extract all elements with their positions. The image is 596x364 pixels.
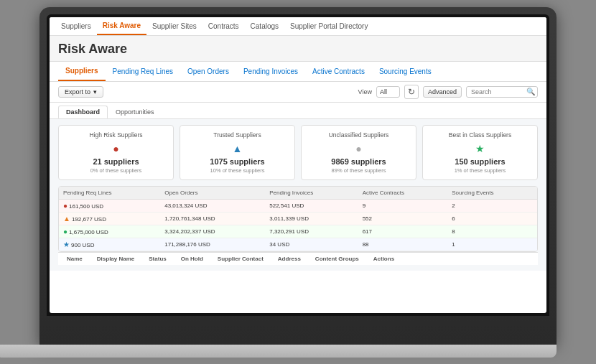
table-row: ★900 USD171,288,176 USD34 USD881 — [59, 238, 537, 251]
tab-pending-req[interactable]: Pending Req Lines — [106, 62, 181, 81]
card-title-high-risk: High Risk Suppliers — [65, 131, 167, 139]
laptop-base — [0, 345, 557, 358]
search-icon: 🔍 — [526, 88, 535, 95]
trusted-icon: ▲ — [186, 143, 289, 154]
sub-tab-opportunities[interactable]: Opportunities — [108, 106, 162, 118]
unclassified-icon: ● — [307, 143, 410, 154]
tab-open-orders[interactable]: Open Orders — [180, 62, 236, 81]
top-nav: Suppliers Risk Aware Supplier Sites Cont… — [50, 17, 546, 36]
search-wrapper: 🔍 — [466, 86, 538, 98]
bottom-header-item: Supplier Contact — [218, 256, 264, 262]
bottom-header-item: Status — [149, 256, 166, 262]
bottom-header-item: Address — [278, 256, 301, 262]
best-count: 150 suppliers — [429, 157, 531, 166]
row-icon: ● — [63, 202, 67, 210]
tab-pending-invoices[interactable]: Pending Invoices — [236, 62, 305, 81]
nav-supplier-sites[interactable]: Supplier Sites — [146, 17, 202, 35]
screen-bezel: Suppliers Risk Aware Supplier Sites Cont… — [47, 14, 549, 316]
view-select[interactable]: All — [376, 86, 400, 98]
bottom-header-item: Content Groups — [315, 256, 359, 262]
card-best-in-class: Best in Class Suppliers ★ 150 suppliers … — [422, 125, 538, 180]
refresh-button[interactable]: ↻ — [404, 85, 419, 99]
high-risk-sub: 0% of these suppliers — [65, 167, 167, 174]
sub-tab-dashboard[interactable]: Dashboard — [58, 106, 108, 118]
card-title-unclassified: Unclassified Suppliers — [307, 131, 410, 139]
nav-supplier-portal[interactable]: Supplier Portal Directory — [284, 17, 373, 35]
table-row: ●161,500 USD43,013,324 USD522,541 USD92 — [59, 199, 537, 212]
data-section: Pending Req Lines Open Orders Pending In… — [58, 186, 538, 252]
col-pending-inv: Pending Invoices — [265, 187, 358, 200]
card-trusted: Trusted Suppliers ▲ 1075 suppliers 10% o… — [180, 125, 295, 180]
row-icon: ★ — [63, 241, 70, 248]
col-active-contracts: Active Contracts — [358, 187, 448, 200]
col-pending-req: Pending Req Lines — [59, 187, 160, 200]
toolbar: Export to ▾ View All ↻ Advanced 🔍 — [50, 82, 546, 103]
card-title-best: Best in Class Suppliers — [429, 131, 531, 139]
export-button[interactable]: Export to ▾ — [58, 86, 103, 98]
tab-active-contracts[interactable]: Active Contracts — [305, 62, 372, 81]
trusted-count: 1075 suppliers — [186, 157, 289, 166]
row-icon: ▲ — [63, 215, 70, 223]
bottom-header-item: On Hold — [181, 256, 203, 262]
page-title: Risk Aware — [58, 42, 538, 57]
screen: Suppliers Risk Aware Supplier Sites Cont… — [50, 17, 546, 313]
cards-row: High Risk Suppliers ● 21 suppliers 0% of… — [58, 125, 538, 180]
bottom-header: NameDisplay NameStatusOn HoldSupplier Co… — [58, 252, 538, 265]
best-sub: 1% of these suppliers — [429, 167, 531, 174]
card-title-trusted: Trusted Suppliers — [186, 131, 289, 139]
col-open-orders: Open Orders — [160, 187, 265, 200]
unclassified-count: 9869 suppliers — [307, 157, 410, 166]
nav-suppliers[interactable]: Suppliers — [55, 17, 97, 35]
best-icon: ★ — [429, 143, 531, 154]
tab-bar: Suppliers Pending Req Lines Open Orders … — [50, 62, 546, 82]
row-icon: ● — [63, 228, 67, 235]
nav-catalogs[interactable]: Catalogs — [245, 17, 284, 35]
chevron-down-icon: ▾ — [93, 88, 97, 95]
card-unclassified: Unclassified Suppliers ● 9869 suppliers … — [301, 125, 416, 180]
laptop-frame: Suppliers Risk Aware Supplier Sites Cont… — [39, 7, 557, 345]
bottom-header-item: Actions — [373, 256, 394, 262]
nav-contracts[interactable]: Contracts — [202, 17, 245, 35]
high-risk-count: 21 suppliers — [65, 157, 167, 166]
card-high-risk: High Risk Suppliers ● 21 suppliers 0% of… — [58, 125, 174, 180]
nav-risk-aware[interactable]: Risk Aware — [97, 17, 146, 35]
table-header-row: Pending Req Lines Open Orders Pending In… — [59, 187, 537, 200]
sub-tabs: Dashboard Opportunities — [50, 103, 546, 119]
view-label: View — [358, 88, 372, 95]
tab-suppliers[interactable]: Suppliers — [58, 62, 106, 81]
trusted-sub: 10% of these suppliers — [186, 167, 289, 174]
table-row: ▲192,677 USD1,720,761,348 USD3,011,339 U… — [59, 212, 537, 225]
page-title-bar: Risk Aware — [50, 36, 546, 62]
tab-sourcing-events[interactable]: Sourcing Events — [372, 62, 439, 81]
unclassified-sub: 89% of these suppliers — [307, 167, 410, 174]
data-table: Pending Req Lines Open Orders Pending In… — [59, 187, 537, 251]
high-risk-icon: ● — [65, 143, 167, 154]
bottom-header-item: Display Name — [97, 256, 134, 262]
col-sourcing-events: Sourcing Events — [447, 187, 537, 200]
advanced-button[interactable]: Advanced — [423, 86, 462, 98]
table-row: ●1,675,000 USD3,324,202,337 USD7,320,291… — [59, 225, 537, 238]
dashboard: High Risk Suppliers ● 21 suppliers 0% of… — [50, 119, 546, 271]
bottom-header-item: Name — [67, 256, 83, 262]
